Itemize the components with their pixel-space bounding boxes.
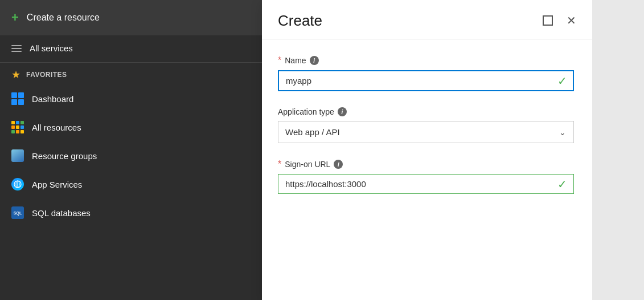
favorites-label: FAVORITES (26, 71, 67, 79)
close-button[interactable]: ✕ (564, 11, 579, 30)
create-dialog: Create ✕ * Name i ✓ (262, 0, 592, 300)
maximize-icon (543, 15, 553, 26)
application-type-select[interactable]: Web app / API iOS Android Java ASP.NET (278, 121, 574, 143)
sign-on-required-star: * (278, 159, 281, 169)
name-valid-icon: ✓ (557, 74, 567, 88)
maximize-button[interactable] (540, 13, 555, 28)
create-resource-label: Create a resource (27, 13, 100, 23)
sidebar-item-all-resources[interactable]: All resources (0, 113, 262, 141)
all-services-label: All services (30, 43, 73, 53)
main-panel: Create ✕ * Name i ✓ (262, 0, 644, 300)
sidebar-item-label: SQL databases (32, 208, 91, 218)
sidebar-item-label: App Services (32, 180, 82, 189)
sidebar-item-dashboard[interactable]: Dashboard (0, 84, 262, 113)
name-label: * Name i (278, 55, 576, 66)
star-icon: ★ (11, 68, 20, 81)
name-field: * Name i ✓ (278, 55, 576, 91)
close-icon: ✕ (567, 14, 576, 27)
dashboard-icon (11, 92, 24, 105)
name-input-wrapper: ✓ (278, 70, 574, 91)
name-label-text: Name (285, 56, 306, 65)
scrollbar[interactable] (592, 0, 644, 300)
sign-on-info-icon[interactable]: i (334, 160, 343, 169)
sidebar-item-create-resource[interactable]: + Create a resource (0, 0, 262, 35)
sidebar: + Create a resource All services ★ FAVOR… (0, 0, 262, 300)
sidebar-item-resource-groups[interactable]: Resource groups (0, 141, 262, 170)
sign-on-url-input-wrapper: ✓ (278, 174, 574, 194)
application-type-field: Application type i Web app / API iOS And… (278, 107, 576, 143)
dialog-body: * Name i ✓ Application type i Web app / (262, 39, 592, 210)
favorites-section: ★ FAVORITES (0, 62, 262, 84)
sign-on-url-input[interactable] (278, 174, 574, 194)
sidebar-item-sql-databases[interactable]: SQL SQL databases (0, 198, 262, 227)
resource-groups-icon (11, 149, 24, 162)
application-type-info-icon[interactable]: i (338, 107, 347, 116)
name-required-star: * (278, 55, 281, 66)
name-info-icon[interactable]: i (310, 56, 319, 65)
sign-on-valid-icon: ✓ (557, 177, 567, 191)
plus-icon: + (11, 11, 19, 24)
dialog-title: Create (278, 12, 322, 30)
sql-icon: SQL (11, 206, 24, 219)
sign-on-url-field: * Sign-on URL i ✓ (278, 159, 576, 194)
dialog-header: Create ✕ (262, 0, 592, 39)
sign-on-url-label-text: Sign-on URL (285, 160, 330, 169)
dialog-header-actions: ✕ (540, 11, 579, 30)
sidebar-item-label: All resources (32, 123, 81, 132)
application-type-label-text: Application type (278, 107, 334, 116)
sidebar-item-all-services[interactable]: All services (0, 35, 262, 61)
sidebar-item-label: Resource groups (32, 151, 97, 161)
all-resources-icon (11, 121, 24, 133)
application-type-select-wrapper: Web app / API iOS Android Java ASP.NET ⌄ (278, 121, 574, 143)
application-type-label: Application type i (278, 107, 576, 116)
name-input[interactable] (278, 70, 574, 91)
list-icon (11, 45, 22, 52)
app-services-icon (11, 178, 24, 190)
sidebar-item-app-services[interactable]: App Services (0, 170, 262, 198)
sign-on-url-label: * Sign-on URL i (278, 159, 576, 169)
sidebar-item-label: Dashboard (32, 94, 73, 104)
